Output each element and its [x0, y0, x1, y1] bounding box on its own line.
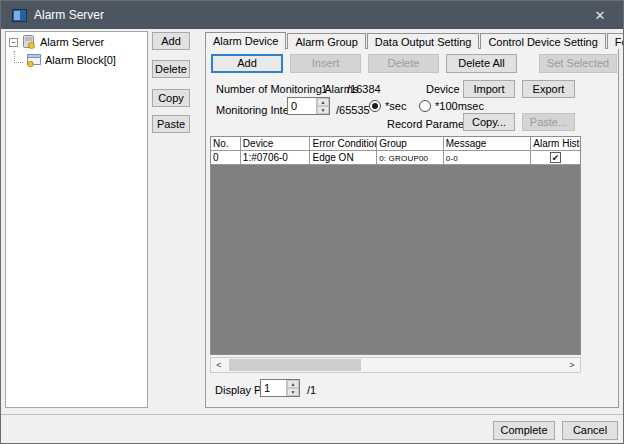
monitoring-intervals-max: /65535 — [336, 104, 370, 116]
display-page-spinner[interactable]: 1 ▲ ▼ — [260, 379, 300, 397]
cell-error-condition[interactable]: Edge ON — [310, 151, 377, 165]
column-header-message: Message — [444, 137, 532, 151]
tab-alarm-device[interactable]: Alarm Device — [205, 32, 286, 50]
cell-group[interactable]: 0: GROUP00 — [377, 151, 444, 165]
cancel-button[interactable]: Cancel — [562, 421, 618, 440]
cell-no[interactable]: 0 — [211, 151, 241, 165]
table-row[interactable]: 0 1:#0706-0 Edge ON 0: GROUP00 0-0 ✔ — [211, 151, 580, 165]
table-header-row: No. Device Error Condition Group Message… — [211, 137, 580, 151]
alarm-device-table[interactable]: No. Device Error Condition Group Message… — [210, 136, 581, 355]
monitoring-alarms-max: /16384 — [347, 83, 381, 95]
titlebar: Alarm Server ✕ — [1, 1, 623, 29]
radio-sec-icon[interactable] — [369, 100, 381, 112]
spinner-down-icon[interactable]: ▼ — [317, 106, 329, 114]
scroll-right-icon[interactable]: > — [564, 358, 580, 372]
cell-message[interactable]: 0-0 — [444, 151, 532, 165]
close-icon[interactable]: ✕ — [577, 1, 623, 29]
table-horizontal-scrollbar[interactable]: < > — [210, 357, 581, 373]
radio-sec-label[interactable]: *sec — [385, 100, 406, 112]
record-paste-button: Paste... — [522, 113, 575, 131]
tree-copy-button[interactable]: Copy — [152, 89, 190, 107]
export-button[interactable]: Export — [522, 80, 575, 98]
scroll-left-icon[interactable]: < — [211, 358, 227, 372]
complete-button[interactable]: Complete — [493, 421, 555, 440]
radio-100msec[interactable]: *100msec — [419, 100, 484, 112]
spinner-up-icon[interactable]: ▲ — [317, 98, 329, 106]
radio-sec[interactable]: *sec — [369, 100, 406, 112]
monitoring-alarms-count: 1 — [321, 83, 327, 95]
alarm-device-tabpage: Add Insert Delete Delete All Set Selecte… — [205, 48, 619, 408]
column-header-error-condition: Error Condition — [310, 137, 377, 151]
app-icon — [12, 9, 27, 22]
tree-node-label[interactable]: Alarm Server — [40, 36, 104, 48]
monitoring-intervals-spinner[interactable]: 0 ▲ ▼ — [287, 97, 330, 115]
scrollbar-thumb[interactable] — [229, 359, 361, 371]
tab-format-setting[interactable]: Format Setting — [607, 33, 624, 49]
server-icon — [21, 35, 36, 49]
row-insert-button: Insert — [290, 54, 361, 73]
column-header-group: Group — [377, 137, 444, 151]
footer-separator — [1, 414, 624, 415]
monitoring-intervals-value[interactable]: 0 — [288, 98, 316, 114]
spinner-arrows[interactable]: ▲ ▼ — [286, 380, 299, 396]
scrollbar-track[interactable] — [227, 358, 564, 372]
monitoring-alarms-label: Number of Monitoring Alarms — [216, 83, 358, 95]
spinner-arrows[interactable]: ▲ ▼ — [316, 98, 329, 114]
tree-node-label[interactable]: Alarm Block[0] — [45, 54, 116, 66]
cell-alarm-history[interactable]: ✔ — [531, 151, 580, 165]
import-button[interactable]: Import — [463, 80, 515, 98]
row-add-button[interactable]: Add — [211, 54, 283, 73]
window-title: Alarm Server — [34, 8, 104, 22]
alarm-block-icon — [26, 54, 41, 67]
display-page-value[interactable]: 1 — [261, 380, 286, 396]
delete-all-button[interactable]: Delete All — [446, 54, 517, 73]
column-header-no: No. — [211, 137, 241, 151]
tree-delete-button[interactable]: Delete — [152, 60, 190, 78]
radio-100msec-label[interactable]: *100msec — [435, 100, 484, 112]
tab-control-device-setting[interactable]: Control Device Setting — [480, 33, 605, 49]
column-header-alarm-history: Alarm History — [531, 137, 580, 151]
tree-node-alarm-server[interactable]: − Alarm Server — [6, 34, 147, 50]
spinner-up-icon[interactable]: ▲ — [287, 380, 299, 388]
column-header-device: Device — [241, 137, 311, 151]
tree-node-alarm-block[interactable]: Alarm Block[0] — [6, 52, 147, 68]
alarm-history-checkbox[interactable]: ✔ — [550, 152, 561, 163]
spinner-down-icon[interactable]: ▼ — [287, 388, 299, 396]
tree-add-button[interactable]: Add — [152, 32, 190, 50]
tabstrip: Alarm Device Alarm Group Data Output Set… — [205, 31, 624, 49]
tree-expander-icon[interactable]: − — [9, 38, 18, 47]
record-copy-button[interactable]: Copy... — [463, 113, 515, 131]
display-page-total: /1 — [307, 384, 316, 396]
row-delete-button: Delete — [368, 54, 439, 73]
device-label: Device — [426, 83, 460, 95]
tab-alarm-group[interactable]: Alarm Group — [287, 33, 365, 49]
tree-connector — [14, 51, 23, 63]
alarm-tree-panel: − Alarm Server Alarm Block[0] — [5, 31, 148, 408]
tree-paste-button[interactable]: Paste — [152, 115, 190, 133]
alarm-server-dialog: Alarm Server ✕ − Alarm Server Alarm Bloc… — [0, 0, 624, 444]
table-empty-area — [211, 165, 580, 354]
radio-100msec-icon[interactable] — [419, 100, 431, 112]
tab-data-output-setting[interactable]: Data Output Setting — [367, 33, 480, 49]
cell-device[interactable]: 1:#0706-0 — [241, 151, 311, 165]
set-selected-button: Set Selected — [539, 54, 617, 73]
